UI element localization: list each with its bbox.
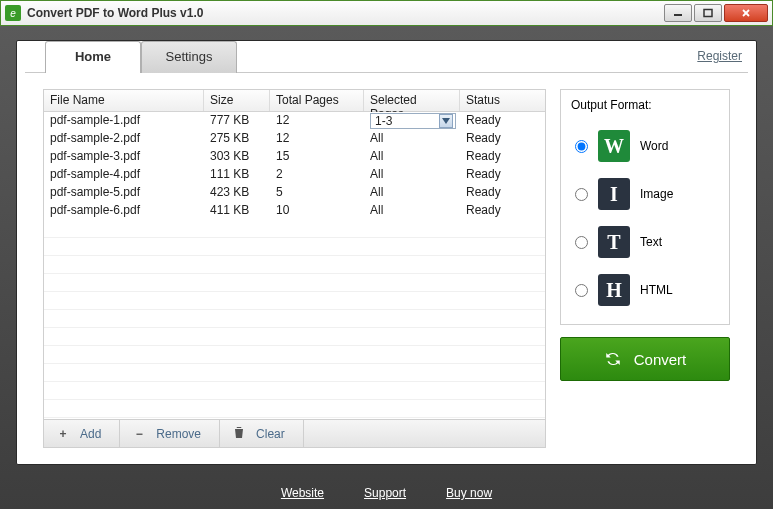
file-table: File Name Size Total Pages Selected Page… — [43, 89, 546, 448]
cell-selected-pages[interactable]: 1-3 — [364, 112, 460, 130]
cell-size: 303 KB — [204, 148, 270, 166]
html-icon: H — [598, 274, 630, 306]
cell-status: Ready — [460, 166, 545, 184]
cell-filename: pdf-sample-4.pdf — [44, 166, 204, 184]
cell-status: Ready — [460, 148, 545, 166]
col-status[interactable]: Status — [460, 90, 545, 111]
clear-button[interactable]: Clear — [220, 420, 304, 447]
table-row[interactable]: pdf-sample-1.pdf777 KB121-3Ready — [44, 112, 545, 130]
output-format-title: Output Format: — [571, 98, 719, 112]
website-link[interactable]: Website — [281, 486, 324, 500]
cell-total-pages: 2 — [270, 166, 364, 184]
app-icon: e — [5, 5, 21, 21]
text-icon: T — [598, 226, 630, 258]
plus-icon: + — [56, 427, 70, 441]
table-row[interactable]: pdf-sample-4.pdf111 KB2AllReady — [44, 166, 545, 184]
cell-total-pages: 12 — [270, 112, 364, 130]
table-row[interactable]: pdf-sample-6.pdf411 KB10AllReady — [44, 202, 545, 220]
table-toolbar: +Add −Remove Clear — [44, 419, 545, 447]
cell-selected-pages: All — [364, 184, 460, 202]
selected-pages-dropdown[interactable]: 1-3 — [370, 113, 456, 129]
cell-selected-pages: All — [364, 148, 460, 166]
cell-total-pages: 12 — [270, 130, 364, 148]
word-icon: W — [598, 130, 630, 162]
trash-icon — [232, 426, 246, 442]
format-option-text[interactable]: TText — [571, 226, 719, 258]
col-selected-pages[interactable]: Selected Pages — [364, 90, 460, 111]
minimize-button[interactable] — [664, 4, 692, 22]
register-link[interactable]: Register — [697, 49, 742, 63]
cell-size: 411 KB — [204, 202, 270, 220]
add-button[interactable]: +Add — [44, 420, 120, 447]
maximize-button[interactable] — [694, 4, 722, 22]
buynow-link[interactable]: Buy now — [446, 486, 492, 500]
table-header: File Name Size Total Pages Selected Page… — [44, 90, 545, 112]
support-link[interactable]: Support — [364, 486, 406, 500]
image-icon: I — [598, 178, 630, 210]
cell-size: 275 KB — [204, 130, 270, 148]
cell-filename: pdf-sample-5.pdf — [44, 184, 204, 202]
tab-settings[interactable]: Settings — [141, 41, 237, 73]
cell-size: 423 KB — [204, 184, 270, 202]
format-radio-word[interactable] — [575, 140, 588, 153]
cell-selected-pages: All — [364, 202, 460, 220]
cell-total-pages: 5 — [270, 184, 364, 202]
cell-filename: pdf-sample-6.pdf — [44, 202, 204, 220]
cell-total-pages: 10 — [270, 202, 364, 220]
format-radio-html[interactable] — [575, 284, 588, 297]
table-row[interactable]: pdf-sample-2.pdf275 KB12AllReady — [44, 130, 545, 148]
close-button[interactable] — [724, 4, 768, 22]
format-option-image[interactable]: IImage — [571, 178, 719, 210]
svg-rect-1 — [704, 10, 712, 17]
footer: Website Support Buy now — [0, 477, 773, 509]
cell-status: Ready — [460, 112, 545, 130]
col-filename[interactable]: File Name — [44, 90, 204, 111]
cell-status: Ready — [460, 184, 545, 202]
cell-filename: pdf-sample-3.pdf — [44, 148, 204, 166]
format-label: HTML — [640, 283, 673, 297]
format-radio-text[interactable] — [575, 236, 588, 249]
format-label: Image — [640, 187, 673, 201]
cell-selected-pages: All — [364, 130, 460, 148]
minus-icon: − — [132, 427, 146, 441]
cell-status: Ready — [460, 130, 545, 148]
remove-button[interactable]: −Remove — [120, 420, 220, 447]
output-format-box: Output Format: WWordIImageTTextHHTML — [560, 89, 730, 325]
main-panel: Home Settings Register File Name Size To… — [16, 40, 757, 465]
format-option-word[interactable]: WWord — [571, 130, 719, 162]
table-row[interactable]: pdf-sample-5.pdf423 KB5AllReady — [44, 184, 545, 202]
format-option-html[interactable]: HHTML — [571, 274, 719, 306]
cell-filename: pdf-sample-1.pdf — [44, 112, 204, 130]
format-label: Word — [640, 139, 668, 153]
chevron-down-icon[interactable] — [439, 114, 453, 128]
col-total-pages[interactable]: Total Pages — [270, 90, 364, 111]
format-label: Text — [640, 235, 662, 249]
cell-size: 111 KB — [204, 166, 270, 184]
table-row[interactable]: pdf-sample-3.pdf303 KB15AllReady — [44, 148, 545, 166]
titlebar: e Convert PDF to Word Plus v1.0 — [0, 0, 773, 26]
cell-total-pages: 15 — [270, 148, 364, 166]
cell-selected-pages: All — [364, 166, 460, 184]
convert-button[interactable]: Convert — [560, 337, 730, 381]
tab-home[interactable]: Home — [45, 41, 141, 73]
col-size[interactable]: Size — [204, 90, 270, 111]
refresh-icon — [604, 350, 622, 368]
cell-filename: pdf-sample-2.pdf — [44, 130, 204, 148]
window-title: Convert PDF to Word Plus v1.0 — [27, 6, 664, 20]
cell-status: Ready — [460, 202, 545, 220]
format-radio-image[interactable] — [575, 188, 588, 201]
cell-size: 777 KB — [204, 112, 270, 130]
